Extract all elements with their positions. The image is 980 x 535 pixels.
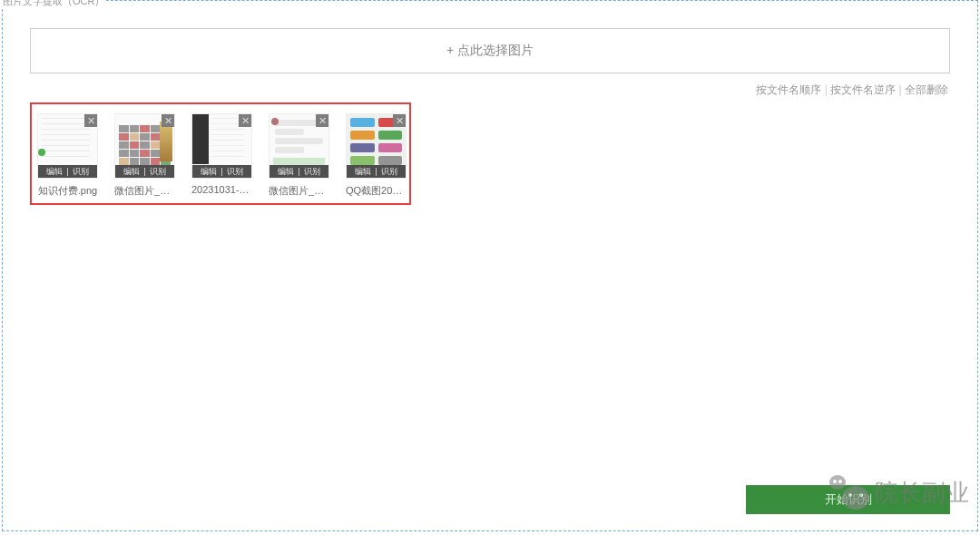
recognize-button[interactable]: 识别 xyxy=(150,166,166,178)
remove-thumbnail-button[interactable]: ✕ xyxy=(316,114,328,127)
start-recognize-label: 开始识别 xyxy=(825,491,872,508)
close-icon: ✕ xyxy=(164,116,172,126)
thumbnail-card[interactable]: ✕ 编辑 | 识别 微信图片_2023103... xyxy=(269,113,329,198)
recognize-button[interactable]: 识别 xyxy=(227,166,243,178)
thumbnail-filename: 20231031-141219.j... xyxy=(191,184,252,195)
select-image-label: + 点此选择图片 xyxy=(446,43,534,59)
thumbnail-preview: ✕ 编辑 | 识别 xyxy=(346,113,407,179)
thumbnail-action-bar: 编辑 | 识别 xyxy=(192,165,251,178)
thumbnail-card[interactable]: ✕ 编辑 | 识别 20231031-141219.j... xyxy=(191,113,252,198)
thumbnail-action-bar: 编辑 | 识别 xyxy=(38,165,97,178)
recognize-button[interactable]: 识别 xyxy=(304,166,320,178)
thumbnail-action-bar: 编辑 | 识别 xyxy=(270,165,328,178)
thumbnail-filename: 微信图片_2023103... xyxy=(269,184,329,198)
thumbnail-filename: 微信图片_2023101... xyxy=(114,184,175,198)
thumbnail-card[interactable]: ✕ 编辑 | 识别 微信图片_2023101... xyxy=(114,113,175,198)
separator: | xyxy=(66,167,68,176)
panel-title: 图片文字提取（OCR） xyxy=(1,0,106,8)
separator: | xyxy=(298,167,299,176)
thumbnail-filename: 知识付费.png xyxy=(37,184,98,198)
thumbnail-selection: ✕ 编辑 | 识别 知识付费.png xyxy=(30,102,411,205)
delete-all-link[interactable]: 全部删除 xyxy=(905,83,948,96)
close-icon: ✕ xyxy=(318,116,327,126)
thumbnail-preview: ✕ 编辑 | 识别 xyxy=(114,113,175,179)
sort-asc-link[interactable]: 按文件名顺序 xyxy=(756,83,821,96)
thumbnail-filename: QQ截图202311041... xyxy=(346,184,407,198)
separator: | xyxy=(143,167,145,176)
remove-thumbnail-button[interactable]: ✕ xyxy=(393,114,406,127)
thumbnail-action-bar: 编辑 | 识别 xyxy=(115,165,174,178)
start-recognize-button[interactable]: 开始识别 xyxy=(746,485,950,514)
separator: | xyxy=(375,167,377,176)
thumbnail-action-bar: 编辑 | 识别 xyxy=(347,165,406,178)
edit-button[interactable]: 编辑 xyxy=(355,166,371,178)
separator: | xyxy=(220,167,222,176)
thumbnail-preview: ✕ 编辑 | 识别 xyxy=(37,113,98,179)
remove-thumbnail-button[interactable]: ✕ xyxy=(162,114,174,127)
recognize-button[interactable]: 识别 xyxy=(381,166,397,178)
edit-button[interactable]: 编辑 xyxy=(278,166,294,178)
remove-thumbnail-button[interactable]: ✕ xyxy=(84,114,97,127)
thumbnail-card[interactable]: ✕ 编辑 | 识别 知识付费.png xyxy=(37,113,98,198)
thumbnail-card[interactable]: ✕ 编辑 | 识别 QQ截图202311041... xyxy=(346,113,407,198)
ocr-panel: 图片文字提取（OCR） + 点此选择图片 按文件名顺序 | 按文件名逆序 | 全… xyxy=(2,0,978,531)
edit-button[interactable]: 编辑 xyxy=(123,166,140,178)
edit-button[interactable]: 编辑 xyxy=(46,166,63,178)
edit-button[interactable]: 编辑 xyxy=(201,166,217,178)
recognize-button[interactable]: 识别 xyxy=(73,166,89,178)
sort-desc-link[interactable]: 按文件名逆序 xyxy=(830,83,896,96)
close-icon: ✕ xyxy=(241,116,250,126)
select-image-dropzone[interactable]: + 点此选择图片 xyxy=(30,28,950,73)
close-icon: ✕ xyxy=(87,116,95,126)
thumbnail-preview: ✕ 编辑 | 识别 xyxy=(269,113,329,179)
thumbnail-preview: ✕ 编辑 | 识别 xyxy=(191,113,252,179)
sort-row: 按文件名顺序 | 按文件名逆序 | 全部删除 xyxy=(30,78,950,102)
remove-thumbnail-button[interactable]: ✕ xyxy=(239,114,251,127)
close-icon: ✕ xyxy=(396,116,404,126)
